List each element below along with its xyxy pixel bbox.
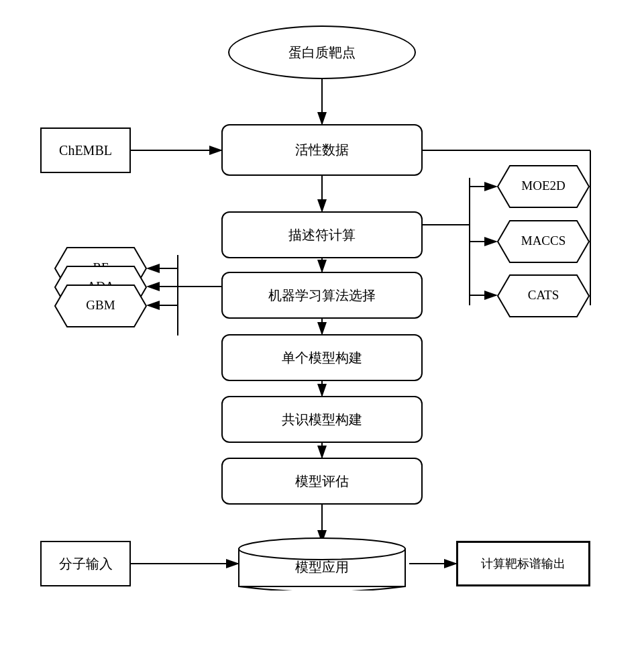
model-apply-node: 模型应用 — [238, 537, 406, 590]
moe2d-node: MOE2D — [496, 164, 590, 209]
flowchart-diagram: 蛋白质靶点 活性数据 ChEMBL 描述符计算 机器学习算法选择 单个模型构建 … — [0, 0, 644, 671]
activity-data-node: 活性数据 — [221, 124, 423, 176]
descriptor-calc-node: 描述符计算 — [221, 211, 423, 258]
single-model-node: 单个模型构建 — [221, 334, 423, 381]
consensus-model-node: 共识模型构建 — [221, 396, 423, 443]
ml-algo-node: 机器学习算法选择 — [221, 272, 423, 319]
model-eval-node: 模型评估 — [221, 458, 423, 505]
maccs-node: MACCS — [496, 219, 590, 264]
svg-text:MOE2D: MOE2D — [521, 178, 565, 193]
svg-text:GBM: GBM — [86, 298, 115, 312]
cats-node: CATS — [496, 274, 590, 318]
protein-target-node: 蛋白质靶点 — [228, 25, 416, 79]
mol-input-node: 分子输入 — [40, 541, 131, 586]
chembl-node: ChEMBL — [40, 127, 131, 173]
svg-text:MACCS: MACCS — [521, 234, 566, 248]
svg-text:模型应用: 模型应用 — [295, 560, 349, 574]
svg-point-24 — [239, 538, 405, 560]
output-node: 计算靶标谱输出 — [456, 541, 590, 586]
gbm-node: GBM — [54, 284, 148, 328]
svg-text:CATS: CATS — [528, 288, 559, 302]
